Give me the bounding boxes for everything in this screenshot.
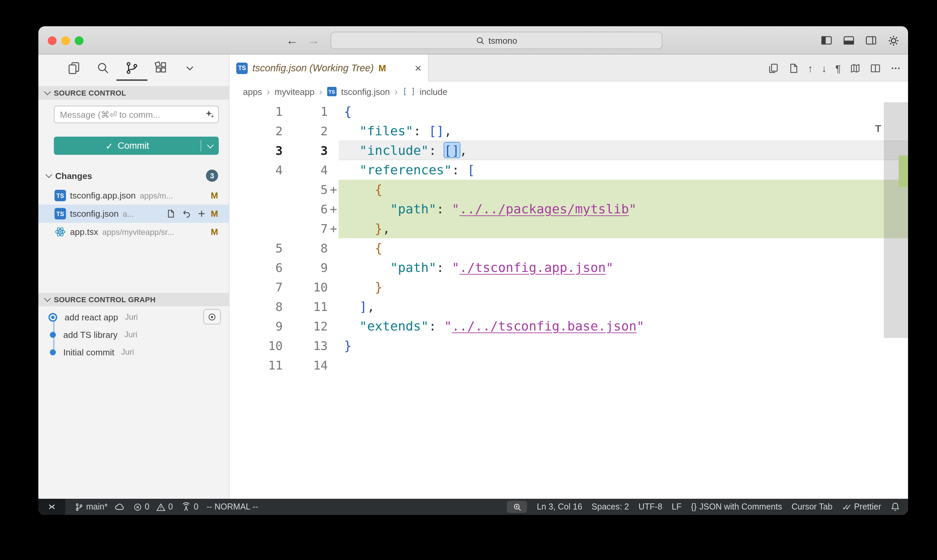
cursor-position-item[interactable]: Ln 3, Col 16 [537, 502, 582, 512]
source-control-section-header[interactable]: SOURCE CONTROL [38, 86, 229, 100]
layout-panel-icon[interactable] [843, 34, 855, 46]
search-icon[interactable] [95, 61, 111, 75]
code-line[interactable]: { [338, 238, 908, 258]
eol-item[interactable]: LF [672, 502, 682, 512]
code-line[interactable]: "include": [], [338, 141, 908, 160]
indentation-item[interactable]: Spaces: 2 [592, 502, 629, 512]
old-line-number[interactable]: 9 [229, 316, 283, 336]
new-line-number[interactable]: 8 [283, 238, 328, 258]
vim-mode-indicator[interactable]: -- NORMAL -- [207, 502, 258, 512]
problems-status-item[interactable]: 0 0 [133, 502, 173, 512]
code-line[interactable]: "path": "../../packages/mytslib" [338, 199, 908, 219]
file-row[interactable]: app.tsx apps/myviteapp/sr... M [38, 223, 229, 241]
diff-row[interactable]: 912 "extends": "../../tsconfig.base.json… [229, 316, 908, 336]
command-center-search[interactable]: tsmono [331, 32, 662, 49]
goto-commit-target-icon[interactable] [203, 309, 221, 325]
old-line-number[interactable] [229, 219, 283, 238]
settings-gear-icon[interactable] [887, 34, 900, 47]
chevron-down-icon[interactable] [182, 61, 197, 75]
code-line[interactable]: }, [338, 219, 908, 238]
diff-row[interactable]: 69 "path": "./tsconfig.app.json" [229, 258, 908, 277]
code-line[interactable]: { [338, 102, 908, 121]
old-line-number[interactable]: 4 [229, 160, 283, 180]
diff-row[interactable]: 33 "include": [], [229, 141, 908, 160]
changes-section-header[interactable]: Changes 3 [38, 168, 229, 184]
next-change-icon[interactable]: ↓ [822, 62, 826, 74]
language-mode-item[interactable]: {} JSON with Comments [691, 502, 782, 512]
map-icon[interactable] [849, 62, 861, 74]
code-line[interactable]: "path": "./tsconfig.app.json" [338, 258, 908, 277]
commit-row[interactable]: Initial commit Juri [38, 343, 229, 361]
old-line-number[interactable] [229, 199, 283, 219]
new-line-number[interactable]: 2 [283, 121, 328, 141]
breadcrumb-item[interactable]: apps [243, 86, 262, 97]
new-line-number[interactable]: 1 [283, 102, 328, 121]
encoding-item[interactable]: UTF-8 [639, 502, 662, 512]
editor-scrollbar[interactable] [884, 102, 908, 338]
file-row[interactable]: TS tsconfig.app.json apps/m... M [38, 186, 229, 205]
bell-icon[interactable] [891, 502, 900, 512]
commit-button[interactable]: ✓ Commit [54, 137, 219, 155]
branch-status-item[interactable]: main* [75, 502, 125, 512]
diff-row[interactable]: 58 { [229, 238, 908, 258]
commit-row[interactable]: add TS library Juri [38, 326, 229, 343]
commit-dropdown-button[interactable] [201, 145, 219, 147]
code-line[interactable]: "extends": "../../tsconfig.base.json" [338, 316, 908, 336]
tab-tsconfig-working-tree[interactable]: TS tsconfig.json (Working Tree) M × [229, 54, 429, 82]
diff-row[interactable]: 1013} [229, 336, 908, 355]
diff-row[interactable]: 6+ "path": "../../packages/mytslib" [229, 199, 908, 219]
old-line-number[interactable]: 10 [229, 336, 283, 355]
maximize-window-button[interactable] [75, 36, 83, 45]
close-window-button[interactable] [48, 36, 57, 45]
stage-plus-icon[interactable] [197, 209, 207, 219]
diff-row[interactable]: 22 "files": [], [229, 121, 908, 141]
diff-row[interactable]: 811 ], [229, 297, 908, 316]
new-line-number[interactable]: 14 [283, 355, 328, 375]
breadcrumb-item[interactable]: myviteapp [275, 86, 315, 97]
new-line-number[interactable]: 6 [283, 199, 328, 219]
diff-row[interactable]: 44 "references": [ [229, 160, 908, 180]
extensions-icon[interactable] [154, 61, 168, 75]
open-file-icon[interactable] [166, 209, 176, 219]
ports-status-item[interactable]: 0 [181, 502, 198, 512]
diff-row[interactable]: 1114 [229, 355, 908, 375]
go-to-file-icon[interactable] [788, 62, 799, 74]
source-control-graph-header[interactable]: SOURCE CONTROL GRAPH [38, 293, 229, 306]
new-line-number[interactable]: 11 [283, 297, 328, 316]
old-line-number[interactable]: 11 [229, 355, 283, 375]
new-line-number[interactable]: 3 [283, 141, 328, 160]
old-line-number[interactable]: 7 [229, 277, 283, 297]
close-tab-icon[interactable]: × [415, 62, 422, 74]
layout-sidebar-left-icon[interactable] [820, 34, 833, 46]
code-line[interactable]: } [338, 336, 908, 355]
code-line[interactable]: "files": [], [338, 121, 908, 141]
breadcrumb-item[interactable]: tsconfig.json [341, 86, 390, 97]
old-line-number[interactable]: 3 [229, 141, 283, 160]
forward-button[interactable]: → [305, 32, 322, 49]
discard-changes-icon[interactable] [181, 209, 191, 219]
code-line[interactable] [338, 355, 908, 375]
old-line-number[interactable]: 6 [229, 258, 283, 277]
sparkle-icon[interactable] [205, 109, 215, 119]
file-row-selected[interactable]: TS tsconfig.json a... M [38, 205, 229, 223]
new-line-number[interactable]: 12 [283, 316, 328, 336]
file-path-link[interactable]: ./tsconfig.app.json [459, 260, 606, 275]
old-line-number[interactable]: 8 [229, 297, 283, 316]
new-line-number[interactable]: 13 [283, 336, 328, 355]
split-editor-icon[interactable] [870, 62, 881, 74]
commit-message-input[interactable] [54, 106, 219, 123]
file-path-link[interactable]: ../../tsconfig.base.json [452, 318, 637, 333]
pilcrow-icon[interactable]: ¶ [835, 62, 841, 74]
diff-row[interactable]: 11{ [229, 102, 908, 121]
code-line[interactable]: "references": [ [338, 160, 908, 180]
code-line[interactable]: { [338, 180, 908, 199]
new-line-number[interactable]: 5 [283, 180, 328, 199]
diff-row[interactable]: 5+ { [229, 180, 908, 199]
diff-row[interactable]: 7+ }, [229, 219, 908, 238]
old-line-number[interactable]: 2 [229, 121, 283, 141]
new-line-number[interactable]: 7 [283, 219, 328, 238]
open-changes-icon[interactable] [767, 62, 779, 74]
new-line-number[interactable]: 10 [283, 277, 328, 297]
breadcrumb-item[interactable]: include [420, 86, 447, 97]
new-line-number[interactable]: 9 [283, 258, 328, 277]
